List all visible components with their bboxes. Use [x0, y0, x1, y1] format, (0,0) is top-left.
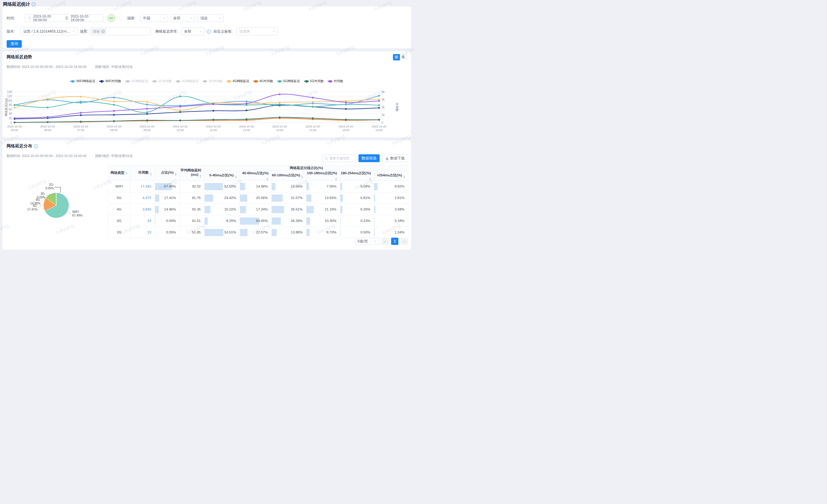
- data-point-5G网络延迟[interactable]: [279, 104, 281, 105]
- next-page-button[interactable]: ›: [401, 238, 408, 245]
- data-point-5G网络延迟[interactable]: [146, 111, 148, 113]
- data-point-4G网络延迟[interactable]: [80, 96, 82, 98]
- data-point-4G网络延迟[interactable]: [47, 98, 49, 100]
- legend-item-对局数[interactable]: 对局数: [328, 79, 343, 83]
- data-point-对局数[interactable]: [179, 106, 181, 108]
- data-point-5G网络延迟[interactable]: [312, 106, 314, 108]
- scene-type-select[interactable]: 综合∨: [198, 14, 224, 22]
- col-header-40-60ms[interactable]: 40-60ms占比(%): [240, 171, 272, 181]
- data-point-5G网络延迟[interactable]: [113, 104, 115, 106]
- page-size-select[interactable]: 5条/页∨: [355, 238, 379, 245]
- data-point-5G对局数[interactable]: [378, 119, 380, 121]
- data-point-对局数[interactable]: [345, 102, 347, 103]
- data-point-5G对局数[interactable]: [80, 121, 82, 123]
- legend-item-2G网络延迟[interactable]: 2G网络延迟: [125, 79, 148, 83]
- data-download-button[interactable]: 数据下载: [382, 154, 408, 162]
- search-input[interactable]: [330, 156, 354, 160]
- data-point-WiFi对局数[interactable]: [113, 114, 115, 116]
- data-point-5G对局数[interactable]: [146, 119, 148, 121]
- col-header-ratio[interactable]: 占比(%): [155, 165, 180, 181]
- data-point-5G对局数[interactable]: [245, 118, 247, 120]
- data-point-WiFi对局数[interactable]: [179, 111, 181, 113]
- data-point-WiFi网络延迟[interactable]: [378, 95, 380, 97]
- col-header-180-254ms[interactable]: 180-254ms占比(%): [340, 171, 374, 181]
- data-point-5G网络延迟[interactable]: [47, 107, 49, 108]
- data-point-WiFi对局数[interactable]: [212, 110, 214, 112]
- legend-item-3G对局数[interactable]: 3G对局数: [202, 79, 223, 83]
- data-point-4G网络延迟[interactable]: [146, 101, 148, 103]
- legend-item-4G网络延迟[interactable]: 4G网络延迟: [227, 79, 249, 83]
- data-point-WiFi对局数[interactable]: [146, 113, 148, 115]
- legend-item-WiFi对局数[interactable]: WiFi对局数: [99, 79, 121, 83]
- sort-icon[interactable]: [266, 178, 269, 181]
- sort-icon[interactable]: [403, 175, 405, 178]
- data-point-4G网络延迟[interactable]: [279, 102, 281, 103]
- abnormal-info-icon[interactable]: i: [207, 30, 211, 34]
- data-point-5G网络延迟[interactable]: [378, 104, 380, 106]
- sort-icon[interactable]: [301, 175, 303, 178]
- prev-page-button[interactable]: ‹: [382, 238, 389, 245]
- legend-item-2G对局数[interactable]: 2G对局数: [152, 79, 172, 83]
- country-select[interactable]: 中国∨: [140, 14, 168, 22]
- data-point-5G对局数[interactable]: [113, 120, 115, 122]
- col-header-100-180ms[interactable]: 100-180ms占比(%): [306, 171, 340, 181]
- sort-icon[interactable]: [150, 173, 152, 176]
- col-header-network-type[interactable]: 网络类型∨: [108, 165, 130, 181]
- data-point-对局数[interactable]: [146, 108, 148, 110]
- data-point-对局数[interactable]: [378, 100, 380, 102]
- data-point-4G网络延迟[interactable]: [378, 99, 380, 100]
- data-point-WiFi对局数[interactable]: [245, 110, 247, 111]
- data-point-对局数[interactable]: [212, 103, 214, 105]
- data-point-5G对局数[interactable]: [279, 117, 281, 118]
- data-point-5G对局数[interactable]: [312, 117, 314, 119]
- data-point-WiFi对局数[interactable]: [378, 107, 380, 109]
- data-point-5G网络延迟[interactable]: [179, 96, 181, 97]
- cell-games-link[interactable]: 13: [130, 226, 155, 238]
- data-point-4G网络延迟[interactable]: [113, 101, 115, 102]
- data-point-4G网络延迟[interactable]: [179, 109, 181, 111]
- data-point-WiFi对局数[interactable]: [80, 114, 82, 116]
- sort-icon[interactable]: [199, 175, 201, 178]
- data-point-对局数[interactable]: [113, 110, 115, 112]
- data-point-对局数[interactable]: [245, 103, 247, 105]
- data-point-5G对局数[interactable]: [14, 121, 15, 123]
- sort-icon[interactable]: [235, 175, 237, 178]
- data-point-5G对局数[interactable]: [47, 121, 49, 123]
- version-select[interactable]: 运营 / 1.6.11014403.112(<img/sr...∨: [20, 27, 78, 35]
- scene-tag-input[interactable]: 综合 ✕: [89, 27, 150, 35]
- query-button[interactable]: 查询: [7, 40, 22, 48]
- data-point-4G网络延迟[interactable]: [14, 107, 15, 108]
- legend-item-5G对局数[interactable]: 5G对局数: [304, 79, 324, 83]
- data-point-5G对局数[interactable]: [212, 119, 214, 120]
- distribution-info-icon[interactable]: i: [34, 144, 38, 148]
- col-header-0-40ms[interactable]: 0-40ms占比(%): [205, 171, 240, 181]
- network-type-pie-chart[interactable]: WIFI:67.49%5G:17.41%4G:14.96%3G:0.09%2G:…: [19, 179, 119, 241]
- data-point-WiFi网络延迟[interactable]: [245, 101, 247, 102]
- remove-tag-icon[interactable]: ✕: [101, 30, 105, 33]
- data-point-5G网络延迟[interactable]: [14, 104, 15, 106]
- sort-icon[interactable]: [369, 178, 371, 181]
- data-point-对局数[interactable]: [80, 112, 82, 114]
- data-point-5G对局数[interactable]: [345, 119, 347, 120]
- cell-games-link[interactable]: 4,472: [130, 192, 155, 204]
- page-number-1[interactable]: 1: [391, 238, 398, 245]
- col-header-60-100ms[interactable]: 60-100ms占比(%): [272, 171, 306, 181]
- trend-line-chart[interactable]: 02040608010012014001k2k3k4k2023-10-2005:…: [4, 84, 409, 135]
- latency-abnormal-select[interactable]: 全部∨: [181, 27, 204, 35]
- sort-icon[interactable]: [335, 178, 337, 181]
- data-point-5G网络延迟[interactable]: [345, 104, 347, 105]
- data-point-4G网络延迟[interactable]: [312, 101, 314, 103]
- data-point-对局数[interactable]: [14, 117, 15, 119]
- page-info-icon[interactable]: i: [32, 2, 36, 6]
- cell-games-link[interactable]: 24: [130, 215, 155, 226]
- toggle-chart-view[interactable]: 图: [393, 54, 400, 60]
- data-point-对局数[interactable]: [47, 116, 49, 118]
- data-point-对局数[interactable]: [312, 97, 314, 99]
- date-range-input[interactable]: 2023-10-20 05:00:00 至 2023-10-20 16:00:0…: [25, 14, 103, 22]
- data-filter-button[interactable]: 数据筛选: [358, 154, 380, 162]
- cell-games-link[interactable]: 3,843: [130, 204, 155, 215]
- toggle-table-view[interactable]: 表: [400, 54, 407, 60]
- region-select[interactable]: 全部∨: [171, 14, 195, 22]
- data-point-对局数[interactable]: [279, 93, 281, 95]
- cell-games-link[interactable]: 17,341: [130, 181, 155, 192]
